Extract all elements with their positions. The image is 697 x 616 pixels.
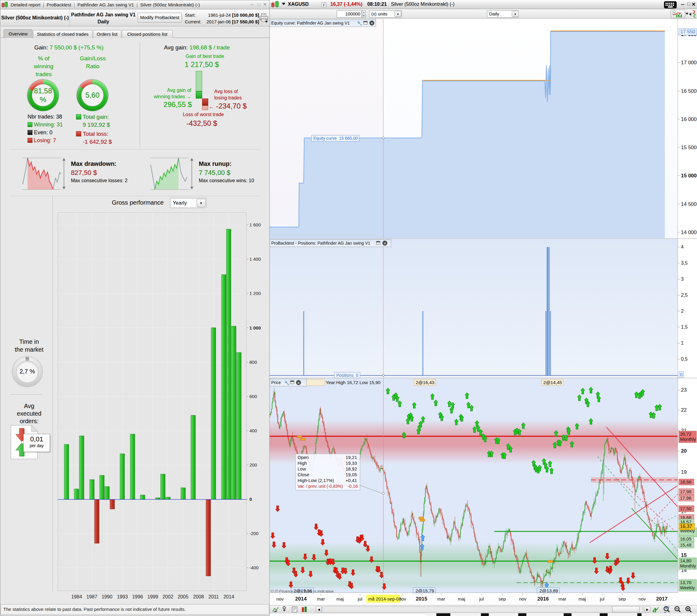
svg-text:2016: 2016 [537, 596, 549, 602]
svg-text:1 200: 1 200 [249, 291, 261, 296]
svg-text:23: 23 [681, 387, 687, 393]
svg-text:ProBacktest - Positions: Pathf: ProBacktest - Positions: Pathfinder AG J… [271, 241, 370, 246]
svg-text:Open: Open [298, 455, 309, 460]
svg-text:Equity curve: Pathfinder AG Ja: Equity curve: Pathfinder AG Jan swing V1 [271, 20, 350, 26]
svg-text:17,50: 17,50 [680, 506, 692, 511]
svg-text:14,80: 14,80 [680, 558, 692, 563]
svg-text:mar: mar [559, 596, 566, 601]
svg-text:19,05: 19,05 [345, 472, 357, 477]
svg-text:17,98: 17,98 [680, 489, 692, 494]
svg-text:14 500: 14 500 [681, 201, 697, 207]
svg-text:nov: nov [276, 596, 284, 601]
svg-text:1 600: 1 600 [249, 222, 261, 228]
svg-text:Monthly: Monthly [680, 563, 696, 568]
svg-text:19,21: 19,21 [345, 455, 357, 460]
svg-text:3,5: 3,5 [681, 260, 687, 266]
svg-text:200: 200 [249, 462, 257, 467]
svg-text:nov: nov [519, 596, 527, 601]
svg-text:600: 600 [249, 394, 257, 399]
svg-text:Equity curve 15 665,00: Equity curve 15 665,00 [313, 136, 358, 141]
svg-text:Close: Close [298, 472, 309, 477]
svg-text:16,37: 16,37 [680, 524, 692, 529]
svg-text:16 500: 16 500 [681, 88, 697, 94]
svg-text:19,33: 19,33 [345, 460, 357, 466]
svg-text:maj: maj [336, 596, 344, 601]
svg-text:400: 400 [249, 428, 257, 433]
svg-text:17 550: 17 550 [680, 29, 695, 34]
svg-text:800: 800 [249, 360, 257, 365]
svg-text:17,96: 17,96 [680, 495, 692, 500]
svg-text:17 000: 17 000 [681, 60, 697, 65]
svg-text:2,5: 2,5 [681, 293, 687, 298]
svg-text:18,56: 18,56 [680, 479, 692, 484]
svg-text:-200: -200 [249, 531, 258, 536]
svg-text:Year:High 16,72 Low 15,90: Year:High 16,72 Low 15,90 [326, 380, 380, 385]
svg-text:2@15,79: 2@15,79 [415, 588, 434, 593]
svg-text:1 400: 1 400 [249, 256, 261, 262]
svg-text:Positions 0: Positions 0 [336, 373, 358, 378]
svg-text:2017: 2017 [656, 596, 668, 602]
svg-text:14 000: 14 000 [681, 230, 697, 235]
svg-text:2: 2 [681, 309, 684, 314]
svg-text:22: 22 [681, 407, 687, 413]
svg-text:jul: jul [479, 596, 484, 601]
svg-text:0,5: 0,5 [681, 356, 687, 362]
svg-text:-400: -400 [249, 565, 258, 570]
svg-text:© IT-Finance.com. Data is indi: © IT-Finance.com. Data is indicative [271, 589, 333, 593]
svg-text:16,05: 16,05 [680, 536, 692, 541]
svg-text:High: High [298, 460, 307, 466]
svg-text:1987: 1987 [86, 594, 97, 599]
svg-text:15 000: 15 000 [681, 173, 697, 178]
svg-text:1993: 1993 [117, 594, 128, 599]
svg-text:4: 4 [681, 244, 684, 249]
svg-text:2005: 2005 [178, 594, 189, 599]
svg-text:15 500: 15 500 [681, 145, 697, 150]
svg-text:mar: mar [317, 596, 325, 601]
svg-text:15,48: 15,48 [680, 542, 692, 547]
svg-text:✕: ✕ [383, 241, 386, 246]
svg-text:1,5: 1,5 [681, 324, 687, 329]
svg-text:High-Low (2,17%): High-Low (2,17%) [298, 478, 334, 483]
svg-text:1984: 1984 [71, 594, 82, 599]
svg-text:20: 20 [681, 448, 687, 454]
svg-text:2@16,43: 2@16,43 [416, 380, 434, 385]
svg-text:1999: 1999 [147, 594, 158, 599]
svg-text:🔧: 🔧 [284, 380, 290, 386]
svg-text:+0,41: +0,41 [345, 478, 357, 483]
svg-text:✕: ✕ [370, 21, 373, 26]
svg-text:2008: 2008 [193, 594, 204, 599]
svg-text:0: 0 [249, 497, 252, 502]
svg-text:18,92: 18,92 [345, 466, 357, 471]
svg-text:20,72: 20,72 [680, 431, 692, 437]
svg-text:16 000: 16 000 [681, 116, 697, 122]
svg-text:maj: maj [458, 596, 465, 601]
svg-text:0: 0 [680, 372, 682, 377]
svg-text:Low: Low [298, 466, 306, 471]
svg-text:maj: maj [579, 596, 586, 601]
svg-text:nov: nov [638, 596, 646, 601]
svg-text:Monthly: Monthly [680, 437, 696, 442]
svg-text:-0,16: -0,16 [347, 484, 358, 489]
svg-text:1 000: 1 000 [249, 325, 261, 331]
svg-text:Var. / prev. unit (-0,83%): Var. / prev. unit (-0,83%) [298, 484, 343, 489]
svg-text:jul: jul [357, 596, 362, 601]
svg-text:mar: mar [437, 596, 445, 601]
svg-text:1996: 1996 [132, 594, 143, 599]
svg-text:må 2014-sep-08: må 2014-sep-08 [368, 596, 401, 601]
svg-text:Price: Price [271, 380, 281, 385]
svg-text:1990: 1990 [102, 594, 113, 599]
svg-text:sep: sep [619, 596, 626, 601]
svg-text:1: 1 [681, 340, 684, 346]
svg-text:19: 19 [681, 469, 687, 475]
svg-text:🔧: 🔧 [357, 21, 362, 26]
svg-text:2002: 2002 [162, 594, 173, 599]
svg-text:2015: 2015 [416, 596, 427, 602]
svg-text:✕: ✕ [297, 381, 300, 385]
svg-text:2014: 2014 [223, 594, 234, 599]
svg-text:2@13,89: 2@13,89 [539, 588, 558, 593]
svg-text:2@14,45: 2@14,45 [543, 380, 562, 385]
svg-text:Weekly: Weekly [680, 585, 695, 590]
svg-text:3: 3 [681, 277, 684, 282]
svg-text:2014: 2014 [295, 596, 307, 602]
svg-text:13,70: 13,70 [680, 580, 692, 585]
